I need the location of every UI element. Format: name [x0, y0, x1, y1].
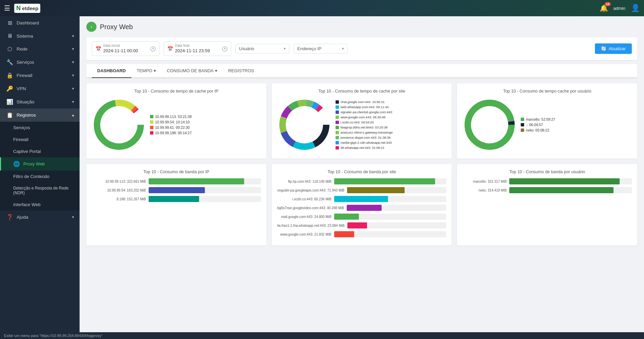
chart3-inner: marcello: 52:59:27 -: 06:04:57 nelio: 05…: [463, 98, 632, 153]
sidebar: ⊞ Dashboard 🖥 Sistema ▾ ⬡ Rede ▾ 🔧 Servi…: [0, 16, 80, 339]
bar-track: [347, 187, 446, 193]
rede-icon: ⬡: [6, 46, 13, 52]
sidebar-item-label: Detecção e Resposta de Rede (NDR): [13, 186, 74, 195]
navbar: ☰ N etdeep 🔔 14 admin 👤: [0, 0, 644, 16]
legend-item: nelio: 05:08:22: [526, 128, 549, 132]
sidebar-item-label: Proxy Web: [23, 161, 74, 166]
date-start-value: 2024-11-11 00:00: [103, 48, 138, 53]
tab-tempo-label: TEMPO: [137, 68, 152, 73]
ip-select[interactable]: Endereço IP ▾: [294, 44, 348, 54]
sidebar-item-filtro[interactable]: Filtro de Conteúdo: [0, 171, 80, 182]
sidebar-item-proxy-web[interactable]: 🌐 Proxy Web: [0, 157, 80, 171]
bar-chart3-title: Top 10 - Consumo de banda por usuário: [463, 170, 632, 174]
logo-box[interactable]: N etdeep: [14, 4, 40, 13]
bar-fill: [149, 178, 244, 184]
tab-banda[interactable]: CONSUMO DE BANDA ▾: [162, 64, 223, 78]
bar-track: [334, 231, 447, 237]
bar-track: [347, 222, 447, 228]
date-end-group: Data final 2024-11-11 23:59: [175, 44, 210, 54]
bar-row: www.google.com:443: 21.832 MiB: [277, 231, 447, 237]
date-start-field[interactable]: 📅 Data inicial 2024-11-11 00:00 🕐: [92, 41, 159, 56]
bar-fill: [334, 196, 388, 202]
bar-fill: [347, 205, 382, 211]
bar-fill: [334, 214, 359, 220]
bar-label: .9.188: 152.267 MiB: [92, 197, 146, 201]
tab-registros[interactable]: REGISTROS: [223, 64, 260, 78]
legend-item: www.google.com:443: 06:30:48: [341, 115, 386, 119]
bar-label: onguide-pa.googleapis.com:443: 71.943 Mi…: [277, 188, 344, 192]
bar-label: 10.99.99.54: 163.202 MiB: [92, 188, 146, 192]
chevron-down-icon: ▾: [72, 86, 74, 91]
navbar-right: 🔔 14 admin 👤: [600, 4, 640, 13]
sidebar-item-vpn[interactable]: 🔑 VPN ▾: [0, 82, 80, 95]
sidebar-item-sistema[interactable]: 🖥 Sistema ▾: [0, 29, 80, 42]
chevron-up-icon: ▴: [72, 113, 74, 117]
bar-label: lia.frao1-1.fna.whatsapp.net:443: 23.084…: [277, 224, 345, 227]
chart2-title: Top 10 - Consumo de tempo de cache por s…: [277, 89, 447, 94]
navbar-left: ☰ N etdeep: [4, 4, 40, 13]
tab-tempo[interactable]: TEMPO ▾: [131, 64, 162, 78]
logo-n: N: [16, 5, 21, 12]
sidebar-item-registros[interactable]: 📋 Registros ▴: [0, 108, 80, 122]
sidebar-item-servicos[interactable]: 🔧 Serviços ▾: [0, 56, 80, 69]
chart1-title: Top 10 - Consumo de tempo de cache por I…: [92, 89, 261, 94]
chevron-down-icon: ▾: [72, 60, 74, 64]
situacao-icon: 📊: [6, 99, 13, 105]
date-start-group: Data inicial 2024-11-11 00:00: [103, 44, 138, 54]
atualizar-label: Atualizar: [608, 46, 626, 51]
notification-bell[interactable]: 🔔 14: [600, 4, 608, 12]
bar-fill: [509, 187, 613, 193]
bar-label: 10.99.99.113: 322.661 MiB: [92, 180, 146, 183]
sidebar-item-sub-servicos[interactable]: Serviços: [0, 122, 80, 134]
chart2-legend: chat.google.com:443: 10:56:31 web.whatsa…: [336, 100, 393, 151]
bar-row: ftp.hp.com:443: 118.146 MiB: [277, 178, 447, 184]
legend-item: signaler-pa.clients6.google.com:443:: [341, 110, 393, 114]
svg-point-4: [100, 106, 137, 143]
clock-icon: 🕐: [150, 46, 156, 52]
sidebar-item-dashboard[interactable]: ⊞ Dashboard: [0, 16, 80, 29]
date-end-field[interactable]: 📅 Data final 2024-11-11 23:59 🕐: [164, 41, 231, 56]
chevron-down-icon: ▾: [154, 68, 156, 73]
back-button[interactable]: ‹: [86, 22, 96, 32]
sidebar-item-sub-firewall[interactable]: Firewall: [0, 134, 80, 145]
sidebar-item-ifweb[interactable]: Interface Web: [0, 199, 80, 211]
legend-item: fwagrop.ddns.net:8443: 03:20:38: [341, 125, 388, 129]
registros-icon: 📋: [6, 112, 13, 118]
sidebar-item-situacao[interactable]: 📊 Situação ▾: [0, 95, 80, 108]
bar-chart-banda-por-site: Top 10 - Consumo de banda por site ftp.h…: [272, 164, 452, 245]
donut-chart-2: [277, 98, 331, 153]
hamburger-icon[interactable]: ☰: [4, 4, 10, 12]
chevron-down-icon: ▾: [72, 100, 74, 104]
atualizar-button[interactable]: 🔄 Atualizar: [595, 43, 632, 54]
legend-item: -: 06:04:57: [526, 123, 543, 127]
sidebar-item-ndr[interactable]: Detecção e Resposta de Rede (NDR): [0, 182, 80, 199]
admin-icon[interactable]: 👤: [631, 4, 640, 13]
donut-charts-row: Top 10 - Consumo de tempo de cache por I…: [86, 83, 637, 159]
sidebar-item-sub-captive[interactable]: Captive Portal: [0, 145, 80, 157]
bar-track: [509, 178, 632, 184]
bar-track: [509, 187, 632, 193]
chevron-down-icon: ▾: [72, 73, 74, 78]
bar-chart2-title: Top 10 - Consumo de banda por site: [277, 170, 447, 174]
ajuda-icon: ❓: [6, 214, 13, 220]
bar-row: lia.frao1-1.fna.whatsapp.net:443: 23.084…: [277, 222, 447, 228]
bar-charts-row: Top 10 - Consumo de banda por IP 10.99.9…: [86, 164, 637, 245]
sidebar-item-ajuda[interactable]: ❓ Ajuda ▾: [0, 211, 80, 224]
bar-row: nelio: 314.419 MiB: [463, 187, 632, 193]
bar-row: 10.99.99.113: 322.661 MiB: [92, 178, 261, 184]
chart-cache-por-site: Top 10 - Consumo de tempo de cache por s…: [272, 83, 452, 159]
sidebar-item-label: Ajuda: [17, 215, 69, 220]
sidebar-item-firewall[interactable]: 🔒 Firewall ▾: [0, 69, 80, 82]
tab-dashboard[interactable]: DASHBOARD: [92, 64, 131, 78]
calendar-icon: 📅: [167, 46, 173, 52]
chevron-down-icon: ▾: [342, 46, 344, 51]
bar-label: marcello: 322.317 MiB: [463, 180, 507, 183]
user-select[interactable]: Usuário ▾: [235, 44, 289, 54]
sidebar-item-label: Registros: [17, 113, 69, 118]
logo-text: etdeep: [22, 5, 38, 11]
status-bar-text: Exibir um menu para "https://10.99.99.25…: [4, 334, 103, 338]
bar-track: [334, 178, 447, 184]
dashboard-icon: ⊞: [6, 20, 13, 26]
bar-chart1-title: Top 10 - Consumo de banda por IP: [92, 170, 261, 174]
sidebar-item-rede[interactable]: ⬡ Rede ▾: [0, 42, 80, 56]
